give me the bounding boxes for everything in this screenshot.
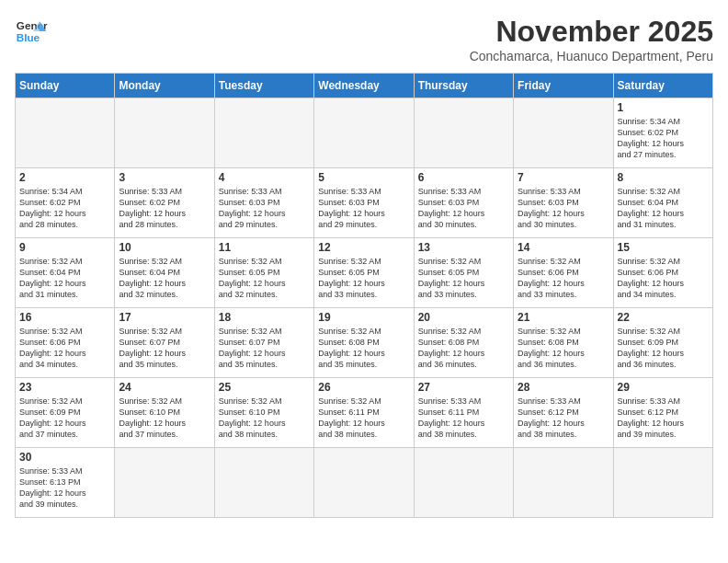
day-number: 11	[219, 241, 310, 254]
calendar-cell	[414, 98, 513, 168]
day-number: 18	[219, 311, 310, 324]
calendar-cell: 6Sunrise: 5:33 AMSunset: 6:03 PMDaylight…	[414, 168, 513, 238]
page-header: General Blue November 2025 Conchamarca, …	[15, 15, 713, 63]
day-number: 19	[318, 311, 409, 324]
calendar-cell	[16, 98, 115, 168]
calendar-cell	[314, 98, 414, 168]
cell-info: Sunrise: 5:32 AMSunset: 6:04 PMDaylight:…	[19, 256, 110, 301]
day-number: 23	[19, 381, 110, 394]
day-number: 3	[119, 171, 210, 184]
calendar-week-1: 1Sunrise: 5:34 AMSunset: 6:02 PMDaylight…	[16, 98, 713, 168]
day-number: 4	[219, 171, 310, 184]
logo-icon: General Blue	[15, 15, 48, 48]
calendar-cell: 29Sunrise: 5:33 AMSunset: 6:12 PMDayligh…	[613, 378, 712, 448]
day-number: 25	[219, 381, 310, 394]
day-number: 7	[518, 171, 609, 184]
calendar-body: 1Sunrise: 5:34 AMSunset: 6:02 PMDaylight…	[16, 98, 713, 518]
cell-info: Sunrise: 5:32 AMSunset: 6:05 PMDaylight:…	[219, 256, 310, 301]
day-number: 16	[19, 311, 110, 324]
cell-info: Sunrise: 5:32 AMSunset: 6:06 PMDaylight:…	[19, 326, 110, 371]
day-number: 30	[19, 451, 110, 464]
day-number: 24	[119, 381, 210, 394]
day-number: 21	[518, 311, 609, 324]
month-title: November 2025	[470, 15, 713, 49]
calendar-cell	[514, 98, 613, 168]
calendar-week-3: 9Sunrise: 5:32 AMSunset: 6:04 PMDaylight…	[16, 238, 713, 308]
location-subtitle: Conchamarca, Huanuco Department, Peru	[470, 49, 713, 63]
cell-info: Sunrise: 5:32 AMSunset: 6:08 PMDaylight:…	[518, 326, 609, 371]
calendar-cell	[613, 448, 712, 518]
day-header-friday: Friday	[514, 74, 613, 98]
title-block: November 2025 Conchamarca, Huanuco Depar…	[470, 15, 713, 63]
day-number: 20	[418, 311, 509, 324]
day-header-thursday: Thursday	[414, 74, 513, 98]
cell-info: Sunrise: 5:33 AMSunset: 6:02 PMDaylight:…	[119, 186, 210, 231]
calendar-cell: 14Sunrise: 5:32 AMSunset: 6:06 PMDayligh…	[514, 238, 613, 308]
days-row: SundayMondayTuesdayWednesdayThursdayFrid…	[16, 74, 713, 98]
cell-info: Sunrise: 5:32 AMSunset: 6:05 PMDaylight:…	[318, 256, 409, 301]
calendar-cell: 28Sunrise: 5:33 AMSunset: 6:12 PMDayligh…	[514, 378, 613, 448]
cell-info: Sunrise: 5:32 AMSunset: 6:04 PMDaylight:…	[618, 186, 709, 231]
day-number: 22	[618, 311, 709, 324]
calendar-cell: 17Sunrise: 5:32 AMSunset: 6:07 PMDayligh…	[115, 308, 214, 378]
cell-info: Sunrise: 5:32 AMSunset: 6:08 PMDaylight:…	[318, 326, 409, 371]
calendar-week-6: 30Sunrise: 5:33 AMSunset: 6:13 PMDayligh…	[16, 448, 713, 518]
day-number: 9	[19, 241, 110, 254]
calendar-cell: 23Sunrise: 5:32 AMSunset: 6:09 PMDayligh…	[16, 378, 115, 448]
day-number: 2	[19, 171, 110, 184]
cell-info: Sunrise: 5:33 AMSunset: 6:03 PMDaylight:…	[318, 186, 409, 231]
day-number: 14	[518, 241, 609, 254]
calendar-cell	[214, 98, 313, 168]
day-header-monday: Monday	[115, 74, 214, 98]
calendar-cell	[115, 448, 214, 518]
calendar-cell: 13Sunrise: 5:32 AMSunset: 6:05 PMDayligh…	[414, 238, 513, 308]
day-number: 5	[318, 171, 409, 184]
cell-info: Sunrise: 5:32 AMSunset: 6:07 PMDaylight:…	[119, 326, 210, 371]
day-number: 10	[119, 241, 210, 254]
cell-info: Sunrise: 5:33 AMSunset: 6:03 PMDaylight:…	[418, 186, 509, 231]
calendar-cell: 4Sunrise: 5:33 AMSunset: 6:03 PMDaylight…	[214, 168, 313, 238]
calendar-table: SundayMondayTuesdayWednesdayThursdayFrid…	[15, 73, 713, 518]
cell-info: Sunrise: 5:34 AMSunset: 6:02 PMDaylight:…	[19, 186, 110, 231]
cell-info: Sunrise: 5:32 AMSunset: 6:04 PMDaylight:…	[119, 256, 210, 301]
cell-info: Sunrise: 5:33 AMSunset: 6:13 PMDaylight:…	[19, 465, 110, 511]
cell-info: Sunrise: 5:32 AMSunset: 6:07 PMDaylight:…	[219, 326, 310, 371]
calendar-cell: 9Sunrise: 5:32 AMSunset: 6:04 PMDaylight…	[16, 238, 115, 308]
calendar-cell: 12Sunrise: 5:32 AMSunset: 6:05 PMDayligh…	[314, 238, 414, 308]
calendar-cell: 21Sunrise: 5:32 AMSunset: 6:08 PMDayligh…	[514, 308, 613, 378]
day-header-saturday: Saturday	[613, 74, 712, 98]
day-header-tuesday: Tuesday	[214, 74, 313, 98]
calendar-cell	[314, 448, 414, 518]
calendar-cell: 11Sunrise: 5:32 AMSunset: 6:05 PMDayligh…	[214, 238, 313, 308]
cell-info: Sunrise: 5:32 AMSunset: 6:06 PMDaylight:…	[618, 256, 709, 301]
day-number: 29	[618, 381, 709, 394]
calendar-cell: 1Sunrise: 5:34 AMSunset: 6:02 PMDaylight…	[613, 98, 712, 168]
calendar-cell: 25Sunrise: 5:32 AMSunset: 6:10 PMDayligh…	[214, 378, 313, 448]
calendar-cell: 2Sunrise: 5:34 AMSunset: 6:02 PMDaylight…	[16, 168, 115, 238]
calendar-cell	[414, 448, 513, 518]
day-header-wednesday: Wednesday	[314, 74, 414, 98]
calendar-week-4: 16Sunrise: 5:32 AMSunset: 6:06 PMDayligh…	[16, 308, 713, 378]
calendar-cell: 26Sunrise: 5:32 AMSunset: 6:11 PMDayligh…	[314, 378, 414, 448]
cell-info: Sunrise: 5:32 AMSunset: 6:06 PMDaylight:…	[518, 256, 609, 301]
cell-info: Sunrise: 5:33 AMSunset: 6:03 PMDaylight:…	[518, 186, 609, 231]
calendar-cell	[214, 448, 313, 518]
calendar-cell: 16Sunrise: 5:32 AMSunset: 6:06 PMDayligh…	[16, 308, 115, 378]
calendar-cell: 24Sunrise: 5:32 AMSunset: 6:10 PMDayligh…	[115, 378, 214, 448]
calendar-cell: 30Sunrise: 5:33 AMSunset: 6:13 PMDayligh…	[16, 448, 115, 518]
calendar-cell: 15Sunrise: 5:32 AMSunset: 6:06 PMDayligh…	[613, 238, 712, 308]
day-number: 6	[418, 171, 509, 184]
day-number: 26	[318, 381, 409, 394]
cell-info: Sunrise: 5:33 AMSunset: 6:12 PMDaylight:…	[618, 396, 709, 441]
calendar-cell	[514, 448, 613, 518]
day-number: 13	[418, 241, 509, 254]
cell-info: Sunrise: 5:32 AMSunset: 6:05 PMDaylight:…	[418, 256, 509, 301]
calendar-week-2: 2Sunrise: 5:34 AMSunset: 6:02 PMDaylight…	[16, 168, 713, 238]
logo: General Blue	[15, 15, 48, 48]
day-number: 12	[318, 241, 409, 254]
calendar-header: SundayMondayTuesdayWednesdayThursdayFrid…	[16, 74, 713, 98]
cell-info: Sunrise: 5:34 AMSunset: 6:02 PMDaylight:…	[618, 116, 709, 161]
cell-info: Sunrise: 5:32 AMSunset: 6:10 PMDaylight:…	[119, 396, 210, 441]
calendar-cell: 8Sunrise: 5:32 AMSunset: 6:04 PMDaylight…	[613, 168, 712, 238]
calendar-week-5: 23Sunrise: 5:32 AMSunset: 6:09 PMDayligh…	[16, 378, 713, 448]
